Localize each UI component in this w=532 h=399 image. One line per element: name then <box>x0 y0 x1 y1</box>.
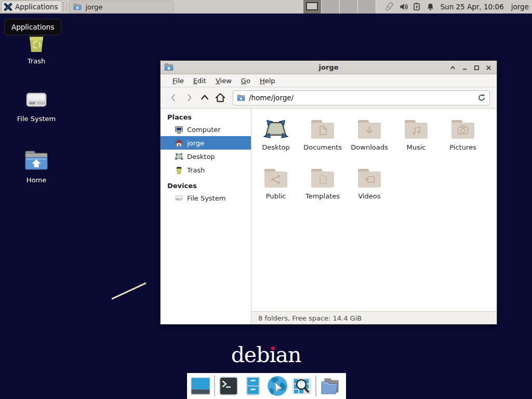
computer-icon <box>175 125 183 134</box>
window-controls <box>447 61 495 74</box>
desktop-icon-home[interactable]: Home <box>5 150 68 184</box>
close-icon <box>486 65 491 71</box>
shade-button[interactable] <box>447 61 459 74</box>
drive-icon <box>175 194 183 202</box>
peripheral-icon[interactable] <box>383 2 395 12</box>
file-item-label: Videos <box>346 192 393 200</box>
battery-icon[interactable] <box>413 3 422 11</box>
panel-username[interactable]: jorge <box>511 3 529 11</box>
stray-stroke-artifact <box>111 282 146 300</box>
web-browser-launcher[interactable] <box>267 375 288 397</box>
desktop[interactable]: { "panel": { "applications": { "label": … <box>0 0 532 399</box>
files-grid[interactable]: Desktop Documents Downloads <box>251 109 497 311</box>
public-folder-icon <box>263 166 288 189</box>
file-item-videos[interactable]: Videos <box>346 165 393 214</box>
desktop-icon-file-system[interactable]: File System <box>5 88 68 123</box>
up-icon <box>199 92 210 103</box>
workspace-4[interactable] <box>358 0 376 14</box>
workspace-1[interactable] <box>303 0 322 14</box>
menu-view[interactable]: View <box>211 75 236 86</box>
sidebar-item-jorge[interactable]: jorge <box>161 136 251 150</box>
sidebar-item-computer[interactable]: Computer <box>161 123 251 136</box>
sidebar: Places Computer jorge Desktop Trash Devi… <box>161 109 251 324</box>
app-finder-launcher[interactable] <box>291 375 313 397</box>
menu-help[interactable]: Help <box>255 75 280 86</box>
pictures-folder-icon <box>450 117 475 140</box>
drive-icon <box>24 88 49 111</box>
back-button[interactable] <box>166 90 181 105</box>
sidebar-item-desktop[interactable]: Desktop <box>161 150 251 163</box>
menu-edit[interactable]: Edit <box>189 75 211 86</box>
terminal-icon <box>218 376 239 396</box>
statusbar: 8 folders, Free space: 14.4 GiB <box>251 311 497 324</box>
file-item-label: Downloads <box>346 143 393 151</box>
file-item-downloads[interactable]: Downloads <box>346 116 393 165</box>
desktop-icon-label: Home <box>5 176 68 184</box>
file-item-label: Desktop <box>252 143 299 151</box>
taskbar-window-label: jorge <box>85 3 102 11</box>
sidebar-item-label: Desktop <box>187 153 215 161</box>
forward-button[interactable] <box>181 90 197 105</box>
home-icon <box>214 92 227 103</box>
sidebar-item-trash[interactable]: Trash <box>161 163 251 177</box>
file-item-label: Public <box>252 192 299 200</box>
file-item-pictures[interactable]: Pictures <box>440 116 486 165</box>
sidebar-header-devices: Devices <box>161 180 251 191</box>
system-tray <box>383 2 434 12</box>
workspace-3[interactable] <box>340 0 358 14</box>
applications-menu-button[interactable]: Applications <box>1 1 62 13</box>
file-item-public[interactable]: Public <box>252 165 299 214</box>
videos-folder-icon <box>357 166 382 189</box>
location-bar[interactable]: /home/jorge/ <box>233 90 490 105</box>
maximize-icon <box>474 65 480 71</box>
file-item-templates[interactable]: Templates <box>299 165 346 214</box>
menu-go[interactable]: Go <box>236 75 255 86</box>
sidebar-item-label: Computer <box>187 126 221 134</box>
terminal-launcher[interactable] <box>218 375 240 397</box>
file-item-music[interactable]: Music <box>393 116 440 165</box>
close-button[interactable] <box>483 61 495 74</box>
folder-icon <box>320 376 340 396</box>
file-item-label: Documents <box>299 143 346 151</box>
file-item-label: Templates <box>299 192 346 200</box>
folder-launcher[interactable] <box>319 375 341 397</box>
home-folder-icon <box>73 3 82 11</box>
top-panel: Applications jorge <box>0 0 532 14</box>
file-item-label: Pictures <box>440 143 486 151</box>
file-manager-window: jorge File Edit View Go Help <box>160 60 497 325</box>
file-item-documents[interactable]: Documents <box>299 116 346 165</box>
reload-icon[interactable] <box>477 94 486 102</box>
sidebar-item-file-system[interactable]: File System <box>161 191 251 205</box>
path-text[interactable]: /home/jorge/ <box>249 94 474 102</box>
show-desktop-icon <box>190 376 211 396</box>
dock-separator <box>214 376 215 396</box>
file-manager-launcher[interactable] <box>242 375 264 397</box>
minimize-icon <box>462 65 468 70</box>
desktop-icon <box>263 117 288 140</box>
path-folder-icon <box>237 94 245 102</box>
file-item-label: Music <box>393 143 440 151</box>
panel-grip[interactable] <box>63 2 67 11</box>
debian-wordmark: debıan <box>231 343 301 367</box>
web-browser-globe-icon <box>267 375 288 397</box>
titlebar[interactable]: jorge <box>161 61 497 74</box>
maximize-button[interactable] <box>471 61 483 74</box>
minimize-button[interactable] <box>459 61 471 74</box>
file-item-desktop[interactable]: Desktop <box>252 116 299 165</box>
taskbar-window-button[interactable]: jorge <box>69 1 174 13</box>
workspace-2[interactable] <box>322 0 340 14</box>
home-button[interactable] <box>212 90 228 105</box>
workspace-window-thumb <box>306 2 318 10</box>
notifications-bell-icon[interactable] <box>427 3 434 11</box>
show-desktop-button[interactable] <box>190 375 211 397</box>
up-button[interactable] <box>197 90 212 105</box>
volume-icon[interactable] <box>400 3 408 11</box>
panel-clock[interactable]: Sun 25 Apr, 10:06 <box>441 3 504 11</box>
sidebar-item-label: File System <box>187 194 225 202</box>
menubar: File Edit View Go Help <box>161 74 497 87</box>
home-folder-icon <box>24 150 49 172</box>
desktop-icon <box>175 152 183 161</box>
applications-menu-label: Applications <box>15 3 58 11</box>
menu-file[interactable]: File <box>168 75 189 86</box>
app-finder-icon <box>291 376 312 396</box>
